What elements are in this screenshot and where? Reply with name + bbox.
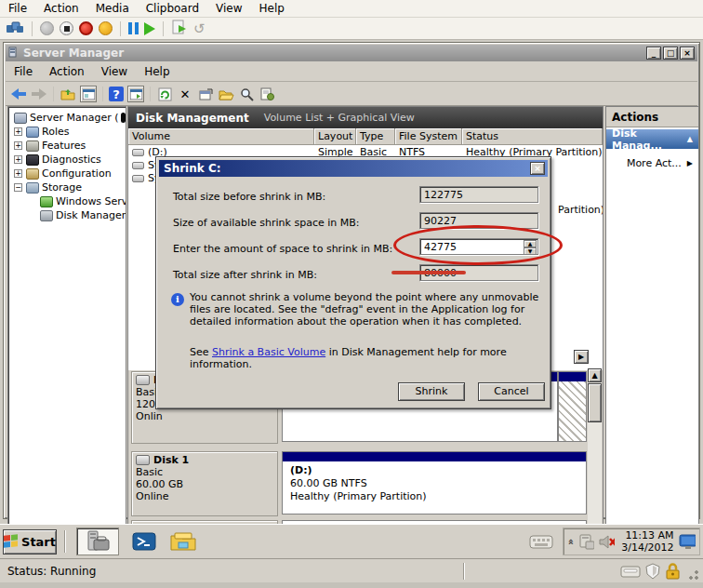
- tree-item-roles[interactable]: + Roles: [8, 125, 126, 139]
- properties-icon[interactable]: [197, 86, 214, 102]
- scroll-thumb[interactable]: [588, 383, 602, 422]
- info-text: You cannot shrink a volume beyond the po…: [190, 291, 541, 327]
- scroll-up-button[interactable]: ▲: [588, 368, 602, 382]
- column-type[interactable]: Type: [356, 128, 395, 145]
- collapse-group-icon[interactable]: ▲: [687, 135, 693, 143]
- cancel-button[interactable]: Cancel: [478, 382, 545, 401]
- show-action-pane-icon[interactable]: [127, 86, 144, 102]
- windows-server-backup-icon: [40, 196, 53, 207]
- tree-item-disk-management[interactable]: Disk Managem: [8, 208, 126, 222]
- delete-icon[interactable]: ✕: [177, 86, 193, 102]
- server-manager-task-button[interactable]: [76, 528, 119, 555]
- script-settings-icon[interactable]: [259, 86, 275, 102]
- shrink-dialog: Shrink C: × Total size before shrink in …: [155, 156, 551, 409]
- shrink-basic-volume-link[interactable]: Shrink a Basic Volume: [212, 346, 325, 358]
- vm-menu-help[interactable]: Help: [251, 0, 293, 17]
- collapse-icon[interactable]: −: [14, 183, 22, 192]
- close-button[interactable]: ×: [680, 47, 695, 60]
- expand-icon[interactable]: +: [14, 141, 22, 150]
- more-actions-item[interactable]: More Act... ▶: [606, 154, 698, 171]
- vm-toolbar: ↺: [0, 18, 703, 40]
- redacted-server-name: [121, 113, 126, 123]
- refresh-icon[interactable]: [156, 86, 173, 102]
- actions-group-disk-management[interactable]: Disk Manag... ▲: [606, 129, 698, 149]
- vm-menu-media[interactable]: Media: [87, 0, 138, 17]
- start-vm-icon: [40, 21, 54, 35]
- dialog-close-icon[interactable]: ×: [530, 162, 545, 175]
- disk1-label[interactable]: Disk 1 Basic 60.00 GB Online: [131, 451, 278, 516]
- disk1-partition-d[interactable]: (D:) 60.00 GB NTFS Healthy (Primary Part…: [282, 451, 587, 514]
- toolbar-separator: [120, 21, 121, 36]
- expand-icon[interactable]: +: [14, 127, 22, 136]
- show-console-tree-icon[interactable]: [80, 86, 97, 102]
- turn-off-icon[interactable]: [60, 21, 73, 35]
- vm-menu-file[interactable]: File: [0, 0, 35, 17]
- minimize-button[interactable]: _: [646, 47, 661, 60]
- snapshot-icon[interactable]: [171, 20, 188, 37]
- show-hidden-icons-chevron[interactable]: »: [564, 538, 577, 544]
- server-manager-titlebar[interactable]: Server Manager _ □ ×: [6, 45, 697, 61]
- resize-grip[interactable]: [688, 569, 699, 581]
- maximize-button[interactable]: □: [663, 47, 678, 60]
- find-icon[interactable]: [238, 86, 255, 102]
- expand-icon[interactable]: +: [14, 155, 22, 164]
- start-button[interactable]: Start: [3, 529, 57, 555]
- sm-menu-action[interactable]: Action: [41, 63, 93, 80]
- volume-muted-icon[interactable]: [599, 534, 616, 550]
- server-manager-task-icon: [85, 530, 111, 553]
- tray-server-icon[interactable]: [578, 533, 594, 550]
- sm-menu-view[interactable]: View: [93, 63, 136, 80]
- tree-item-features[interactable]: + Features: [8, 139, 126, 153]
- shut-down-icon[interactable]: [79, 21, 93, 35]
- expand-icon[interactable]: +: [14, 169, 22, 178]
- show-desktop-icon[interactable]: [679, 533, 696, 550]
- help-icon[interactable]: ?: [109, 87, 124, 101]
- vm-menu-view[interactable]: View: [207, 0, 250, 17]
- powershell-quicklaunch-button[interactable]: [132, 530, 156, 553]
- shrink-button[interactable]: Shrink: [398, 382, 465, 401]
- configuration-icon: [26, 168, 39, 180]
- open-folder-icon[interactable]: [218, 86, 234, 102]
- partition-name: (D:): [290, 464, 312, 476]
- tree-item-configuration[interactable]: + Configuration: [8, 167, 126, 180]
- tree-item-diagnostics[interactable]: + Diagnostics: [8, 153, 126, 167]
- start-label: Start: [21, 535, 56, 549]
- back-icon[interactable]: [10, 86, 27, 102]
- annotation-red-underline: [391, 271, 466, 274]
- column-status[interactable]: Status: [462, 128, 603, 145]
- actions-header: Actions: [606, 107, 698, 127]
- folder-quicklaunch-button[interactable]: [169, 530, 197, 553]
- pause-icon[interactable]: [128, 22, 139, 34]
- tree-item-server-manager[interactable]: Server Manager (: [8, 111, 126, 125]
- column-layout[interactable]: Layout: [314, 128, 356, 145]
- hscroll-right-button[interactable]: ▶: [574, 350, 589, 364]
- up-folder-icon[interactable]: [60, 86, 76, 102]
- forward-icon[interactable]: [31, 86, 47, 102]
- sm-menu-help[interactable]: Help: [136, 63, 178, 80]
- dialog-titlebar[interactable]: Shrink C: ×: [159, 160, 548, 177]
- tree-item-windows-server-backup[interactable]: Windows Serv: [8, 194, 126, 208]
- sm-menu-file[interactable]: File: [6, 63, 41, 80]
- vm-status-text: Status: Running: [7, 565, 96, 578]
- graphical-view-scrollbar[interactable]: ▲ ▼: [588, 368, 602, 550]
- volume-icon: [132, 149, 144, 156]
- toolbar-separator: [102, 87, 103, 101]
- disk0-unallocated[interactable]: [558, 371, 587, 442]
- panel-title: Disk Management: [136, 112, 249, 125]
- column-file-system[interactable]: File System: [395, 128, 462, 145]
- tree-item-label: Roles: [42, 126, 69, 138]
- toolbar-separator: [163, 21, 164, 36]
- play-icon[interactable]: [144, 22, 155, 35]
- tree-item-storage[interactable]: − Storage: [8, 180, 126, 194]
- tray-clock[interactable]: 11:13 AM 3/14/2012: [621, 529, 673, 554]
- keyboard-icon[interactable]: [529, 533, 553, 550]
- more-actions-arrow-icon: ▶: [687, 159, 693, 167]
- vm-menu-action[interactable]: Action: [35, 0, 87, 17]
- vm-menu-clipboard[interactable]: Clipboard: [138, 0, 207, 17]
- save-state-icon[interactable]: [99, 21, 113, 35]
- revert-icon[interactable]: ↺: [193, 20, 206, 37]
- ctrl-alt-del-icon[interactable]: [6, 20, 24, 37]
- column-volume[interactable]: Volume: [128, 128, 314, 145]
- windows-logo-icon: [4, 534, 18, 549]
- annotation-red-ellipse: [393, 225, 563, 265]
